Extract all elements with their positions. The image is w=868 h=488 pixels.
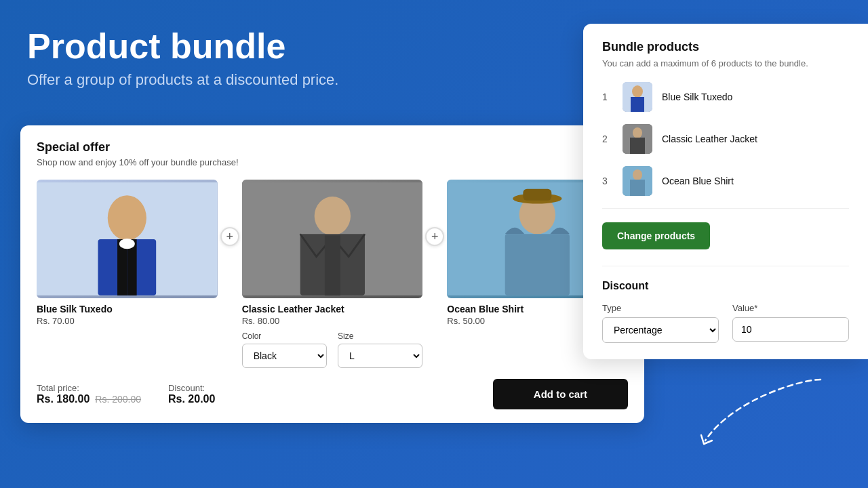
bundle-thumb-jacket <box>623 124 652 154</box>
discount-section-panel: Discount Type Percentage Fixed Amount Va… <box>602 280 849 343</box>
size-group: Size S M L XL <box>338 331 422 368</box>
svg-point-7 <box>314 197 350 235</box>
svg-rect-13 <box>524 189 552 201</box>
product-image-tuxedo <box>37 180 218 298</box>
product-card: Special offer Shop now and enjoy 10% off… <box>20 125 644 423</box>
discount-summary-section: Discount: Rs. 20.00 <box>168 383 215 405</box>
discount-type-label: Type <box>602 303 719 313</box>
discount-type-select[interactable]: Percentage Fixed Amount <box>602 317 719 343</box>
discount-value-input[interactable] <box>732 317 849 342</box>
footer-row: Total price: Rs. 180.00 Rs. 200.00 Disco… <box>37 379 628 409</box>
product-name-jacket: Classic Leather Jacket <box>242 304 423 314</box>
special-offer-subtitle: Shop now and enjoy 10% off your bundle p… <box>37 157 628 167</box>
bundle-item-1-name: Blue Silk Tuxedo <box>662 92 732 102</box>
size-label: Size <box>338 331 422 341</box>
plus-connector-2: + <box>422 180 447 246</box>
bundle-panel-subtitle: You can add a maximum of 6 products to t… <box>602 58 849 68</box>
discount-panel-title: Discount <box>602 280 849 292</box>
discount-fields-row: Type Percentage Fixed Amount Value* <box>602 303 849 343</box>
total-price-wrap: Rs. 180.00 Rs. 200.00 <box>37 393 141 405</box>
svg-point-19 <box>633 127 642 138</box>
hero-title: Product bundle <box>27 27 338 66</box>
plus-icon-2: + <box>425 227 444 246</box>
bundle-panel: Bundle products You can add a maximum of… <box>583 24 868 359</box>
change-products-button[interactable]: Change products <box>602 222 710 249</box>
discount-type-group: Type Percentage Fixed Amount <box>602 303 719 343</box>
color-label: Color <box>242 331 327 341</box>
bundle-item-2-name: Classic Leather Jacket <box>662 134 757 144</box>
color-group: Color Black Brown Navy <box>242 331 327 368</box>
svg-rect-23 <box>630 180 645 196</box>
total-section: Total price: Rs. 180.00 Rs. 200.00 <box>37 383 141 405</box>
total-original-price: Rs. 200.00 <box>95 394 141 405</box>
bundle-thumb-shirt <box>623 166 652 196</box>
discount-summary-label: Discount: <box>168 383 215 393</box>
svg-rect-20 <box>630 138 645 154</box>
size-select[interactable]: S M L XL <box>338 344 422 368</box>
bundle-item-2-num: 2 <box>602 134 613 144</box>
discount-summary-amount: Rs. 20.00 <box>168 393 215 405</box>
add-to-cart-button[interactable]: Add to cart <box>493 379 628 409</box>
svg-point-5 <box>119 239 135 249</box>
product-price-tuxedo: Rs. 70.00 <box>37 316 218 326</box>
discount-value-label: Value* <box>732 303 849 313</box>
selects-row: Color Black Brown Navy Size S M L XL <box>242 331 423 368</box>
bundle-item-3-name: Ocean Blue Shirt <box>662 176 734 186</box>
hero-section: Product bundle Offer a group of products… <box>27 27 338 89</box>
discount-value-group: Value* <box>732 303 849 343</box>
special-offer-title: Special offer <box>37 140 628 155</box>
bundle-item-2: 2 Classic Leather Jacket <box>602 124 849 154</box>
product-item-tuxedo: Blue Silk Tuxedo Rs. 70.00 <box>37 180 218 326</box>
hero-subtitle: Offer a group of products at a discounte… <box>27 71 338 89</box>
bundle-item-3: 3 Ocean Blue Shirt <box>602 166 849 196</box>
plus-icon-1: + <box>220 227 239 246</box>
bundle-divider-2 <box>602 266 849 266</box>
bundle-divider-1 <box>602 208 849 209</box>
bundle-item-3-num: 3 <box>602 176 613 186</box>
products-row: Blue Silk Tuxedo Rs. 70.00 + Classic Lea… <box>37 180 628 368</box>
svg-rect-17 <box>631 97 644 112</box>
product-item-jacket: Classic Leather Jacket Rs. 80.00 Color B… <box>242 180 423 368</box>
svg-point-22 <box>633 169 642 180</box>
svg-point-1 <box>108 195 146 241</box>
bundle-thumb-tuxedo <box>623 82 652 112</box>
bundle-item-1: 1 Blue Silk Tuxedo <box>602 82 849 112</box>
total-price: Rs. 180.00 <box>37 393 90 405</box>
product-name-tuxedo: Blue Silk Tuxedo <box>37 304 218 314</box>
bundle-item-1-num: 1 <box>602 92 613 102</box>
product-price-jacket: Rs. 80.00 <box>242 316 423 326</box>
total-label: Total price: <box>37 383 141 393</box>
product-image-jacket <box>242 180 423 298</box>
svg-point-16 <box>632 85 643 98</box>
bundle-panel-title: Bundle products <box>602 40 849 54</box>
svg-rect-9 <box>325 235 340 296</box>
plus-connector-1: + <box>218 180 242 246</box>
svg-rect-14 <box>505 234 570 295</box>
color-select[interactable]: Black Brown Navy <box>242 344 327 368</box>
